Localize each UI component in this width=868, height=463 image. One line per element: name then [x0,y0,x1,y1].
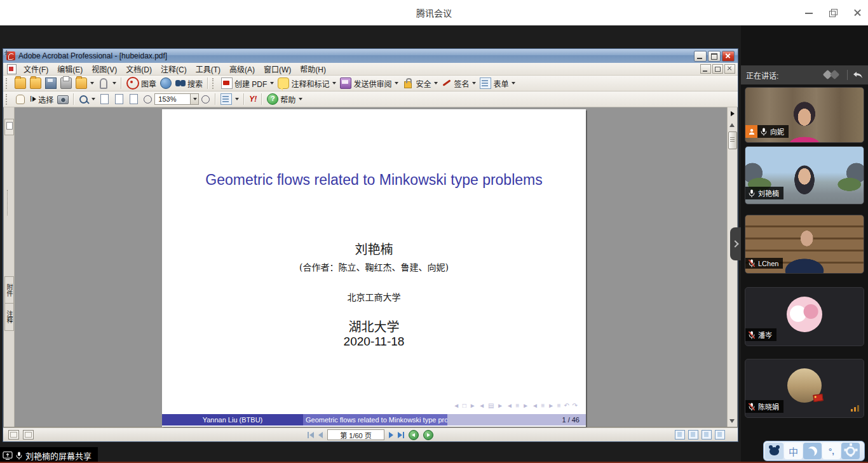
create-pdf-button[interactable]: 创建 PDF [219,77,276,90]
participant-tile-liuyannan[interactable]: 刘艳楠 [745,146,864,205]
ime-language-button[interactable]: 中 [784,443,803,459]
previous-page-button[interactable] [318,432,323,438]
doc-close-icon[interactable] [724,64,735,74]
scroll-up-icon[interactable] [728,121,736,129]
minimize-icon[interactable] [804,8,813,17]
zoom-in-button[interactable] [199,93,212,105]
page-grid-icon[interactable] [23,430,34,440]
participant-tile-lchen[interactable]: LChen [745,215,864,274]
pdf-document-icon[interactable] [7,64,17,74]
scroll-down-icon[interactable] [728,417,736,424]
acrobat-titlebar[interactable]: Adobe Acrobat Professional - [hubeidax.p… [3,49,738,63]
moon-halfwidth-icon [808,446,817,456]
doc-restore-icon[interactable] [712,64,723,74]
fit-width-button[interactable] [126,93,141,105]
first-page-button[interactable] [308,432,314,438]
menu-view[interactable]: 视图(V) [87,63,121,75]
nav-pane-toggle-icon[interactable] [729,110,736,117]
toolbar-separator [207,77,208,89]
ime-settings-button[interactable] [841,443,860,459]
menu-comments[interactable]: 注释(C) [156,63,191,75]
binoculars-search-icon [175,78,186,88]
actual-size-button[interactable] [97,93,112,105]
single-page-icon[interactable] [675,430,685,440]
participant-name-label: 刘艳楠 [745,187,783,199]
toolbar-separator [243,93,245,105]
security-button[interactable]: 安全 [400,77,440,90]
attachments-panel-tab[interactable]: 附件 [4,276,14,304]
print-button[interactable] [58,77,74,90]
restore-icon[interactable] [829,8,837,17]
attach-button[interactable] [96,77,118,90]
menu-file[interactable]: 文件(F) [19,63,53,75]
doc-minimize-icon[interactable] [700,64,711,74]
menu-advanced[interactable]: 高级(A) [225,63,259,75]
zoom-tool-button[interactable] [77,93,97,105]
dropdown-caret-icon [395,82,398,84]
toolbar-grip [212,78,217,89]
organizer-button[interactable] [28,77,43,90]
sign-button[interactable]: 签名 [440,77,478,90]
sidebar-collapse-handle[interactable] [730,227,741,260]
menu-edit[interactable]: 编辑(E) [53,63,87,75]
navigation-rail: 附件 注释 [4,107,15,427]
acrobat-restore-icon[interactable] [708,51,721,62]
facing-pages-icon[interactable] [702,430,712,440]
menu-help[interactable]: 帮助(H) [295,63,330,75]
zoom-out-button[interactable] [141,93,154,105]
comment-markup-button[interactable]: 注释和标记 [276,77,338,90]
forms-button[interactable]: 表单 [478,77,517,90]
pages-panel-tab[interactable] [4,119,14,135]
participant-tile-pancen[interactable]: 潘岑 [745,287,864,346]
next-page-button[interactable] [389,432,393,438]
acrobat-minimize-icon[interactable] [694,51,707,62]
yahoo-toolbar-button[interactable]: Y! [247,93,259,105]
pdf-canvas[interactable]: Geometric flows related to Minkowski typ… [15,107,727,427]
zoom-level-input[interactable]: 153% [154,93,191,105]
snapshot-button[interactable] [55,93,71,105]
participant-tile-xiangni[interactable]: 向妮 [745,87,864,143]
ime-punctuation-button[interactable]: °, [822,443,841,459]
scrollbar-thumb[interactable] [728,131,737,149]
zoom-dropdown-button[interactable] [191,93,199,105]
ime-fullwidth-button[interactable] [803,443,822,459]
acrobat-close-icon[interactable] [722,51,735,62]
next-view-button[interactable] [423,430,433,440]
participant-tile-chenxiaojuan[interactable]: 陈晓娟 [745,359,864,418]
divider [847,70,848,80]
select-tool-button[interactable]: I选择 [28,93,55,105]
speaking-label: 正在讲话: [746,70,778,81]
page-thumbnails-icon[interactable] [8,430,19,440]
menu-tools[interactable]: 工具(T) [191,63,225,75]
slide-footer-author: Yannan Liu (BTBU) [162,414,303,426]
search-button[interactable]: 搜索 [173,77,205,90]
rail-grip[interactable] [7,190,10,215]
fit-page-button[interactable] [112,93,126,105]
continuous-facing-icon[interactable] [715,430,725,440]
comments-panel-tab[interactable]: 注释 [4,303,14,331]
page-number-input[interactable]: 第 1/60 页 [327,429,384,440]
send-review-button[interactable]: 发送供审阅 [338,77,400,90]
menu-document[interactable]: 文档(D) [121,63,156,75]
export-button[interactable] [74,77,96,90]
help-button[interactable]: ?帮助 [265,93,304,105]
page-display-button[interactable] [219,93,241,105]
participant-avatar [787,297,822,332]
participant-avatar [787,368,822,403]
dropdown-caret-icon [299,98,302,100]
email-button[interactable] [158,77,173,90]
ime-brand-button[interactable] [765,443,783,459]
previous-view-button[interactable] [409,430,419,440]
camera-snapshot-icon [57,95,69,104]
continuous-page-icon[interactable] [688,430,698,440]
back-arrow-icon[interactable] [853,71,863,79]
close-icon[interactable] [853,8,862,17]
vertical-scrollbar[interactable] [727,107,737,427]
save-button[interactable] [43,77,58,90]
gear-icon [846,446,855,456]
hand-tool-button[interactable] [13,93,28,105]
stamp-button[interactable]: 图章 [125,77,158,90]
open-button[interactable] [13,77,28,90]
last-page-button[interactable] [398,432,404,438]
menu-window[interactable]: 窗口(W) [259,63,295,75]
